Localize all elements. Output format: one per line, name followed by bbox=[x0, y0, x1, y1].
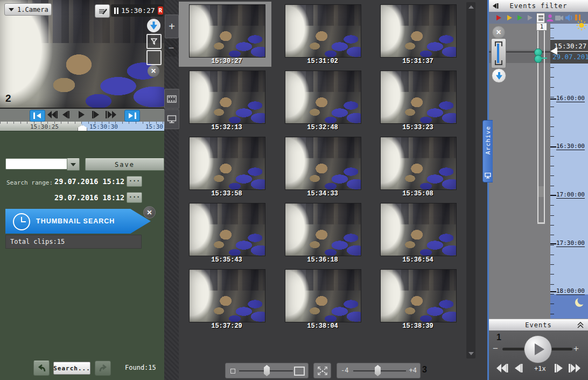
thumbnail-search-banner[interactable]: THUMBNAIL SEARCH bbox=[5, 209, 151, 234]
undo-arrow-icon bbox=[37, 364, 46, 372]
archive-view-button[interactable] bbox=[164, 89, 179, 109]
play-button[interactable] bbox=[78, 111, 85, 118]
alarm-filter-green-icon[interactable] bbox=[517, 15, 522, 20]
chevron-down-icon bbox=[9, 8, 14, 11]
thumbnail-clip[interactable]: 15:37:29 bbox=[179, 266, 271, 332]
collapse-up-icon[interactable] bbox=[577, 322, 584, 328]
timeline-major-tick bbox=[550, 243, 556, 244]
close-icon: ✕ bbox=[151, 67, 156, 75]
tab-archive[interactable]: Archive bbox=[482, 120, 493, 182]
thumbnail-clip[interactable]: 15:31:02 bbox=[275, 2, 367, 67]
camera-mini-timeline[interactable]: 15:30:25 15:30:30 15:30 bbox=[0, 122, 164, 131]
thumbnail-clip[interactable]: 15:36:54 bbox=[370, 200, 463, 265]
zoom-out-button[interactable]: − bbox=[165, 39, 178, 57]
timeline-scale-widget[interactable] bbox=[491, 38, 506, 68]
event-marker-tick bbox=[541, 58, 547, 59]
range-from-picker-button[interactable]: ... bbox=[127, 176, 142, 187]
scroll-up-icon[interactable] bbox=[468, 5, 474, 9]
prev-frame-fast-button[interactable] bbox=[47, 111, 58, 118]
thumbnail-time: 15:38:39 bbox=[380, 322, 456, 330]
monitor-icon bbox=[167, 115, 177, 123]
thumbnail-time: 15:35:08 bbox=[380, 190, 456, 198]
audio-filter-icon[interactable] bbox=[565, 14, 573, 22]
thumbnail-clip[interactable]: 15:34:33 bbox=[275, 134, 367, 199]
step-back-icon bbox=[62, 111, 69, 118]
blue-down-arrow-icon bbox=[496, 72, 502, 80]
step-back-button[interactable] bbox=[62, 111, 69, 118]
thumbnail-image bbox=[380, 4, 457, 58]
play-button[interactable] bbox=[524, 335, 552, 363]
alarm-filter-yellow-icon[interactable] bbox=[507, 15, 512, 20]
redo-search-button[interactable] bbox=[95, 361, 111, 376]
speed-increase-button[interactable]: + bbox=[573, 343, 579, 354]
event-marker[interactable] bbox=[534, 55, 542, 63]
thumbnail-clip[interactable]: 15:32:13 bbox=[179, 68, 271, 133]
thumbnail-clip[interactable]: 15:36:18 bbox=[275, 200, 367, 265]
seek-end-button[interactable] bbox=[569, 364, 580, 372]
step-forward-button[interactable] bbox=[92, 111, 99, 118]
seek-start-button[interactable] bbox=[496, 364, 508, 372]
notes-button[interactable] bbox=[95, 4, 110, 18]
thumbnail-clip[interactable]: 15:33:23 bbox=[370, 68, 463, 133]
digression-slider-handle[interactable] bbox=[375, 365, 381, 376]
thumbnail-clip[interactable]: 15:30:27 bbox=[179, 2, 271, 67]
zoom-in-button[interactable]: + bbox=[165, 15, 179, 38]
thumbnail-image bbox=[189, 203, 265, 256]
export-button[interactable] bbox=[147, 19, 160, 32]
banner-close-button[interactable]: ✕ bbox=[143, 206, 156, 219]
range-to-picker-button[interactable]: ... bbox=[127, 192, 142, 203]
rewind-icon bbox=[47, 111, 58, 118]
thumbnail-time: 15:31:37 bbox=[380, 58, 456, 65]
thumbnail-clip[interactable]: 15:35:43 bbox=[179, 200, 271, 265]
go-to-bottom-button[interactable] bbox=[492, 68, 506, 83]
thumbnail-clip[interactable]: 15:38:04 bbox=[275, 266, 367, 332]
event-track-handle[interactable] bbox=[538, 186, 544, 197]
live-view-button[interactable] bbox=[164, 109, 179, 129]
search-button[interactable]: Search... bbox=[53, 362, 90, 375]
jump-prev-record-button[interactable] bbox=[30, 110, 45, 122]
prev-event-button[interactable] bbox=[515, 364, 523, 372]
pane-number: 2 bbox=[5, 93, 11, 104]
fast-forward-icon bbox=[106, 111, 116, 118]
speed-decrease-button[interactable]: − bbox=[493, 343, 498, 354]
autofit-button[interactable] bbox=[313, 363, 331, 378]
thumbnail-clip[interactable]: 15:38:39 bbox=[370, 266, 463, 332]
saved-search-dropdown-button[interactable] bbox=[67, 158, 80, 171]
area-select-button[interactable] bbox=[146, 50, 162, 65]
undo-search-button[interactable] bbox=[33, 361, 50, 376]
thumbnail-image bbox=[380, 269, 457, 322]
thumbnail-clip[interactable]: 15:31:37 bbox=[370, 2, 463, 67]
alarm-filter-red-icon[interactable] bbox=[496, 15, 501, 20]
next-frame-fast-button[interactable] bbox=[106, 111, 116, 118]
timeline-position-arrow-icon[interactable] bbox=[550, 47, 557, 55]
timeline-major-tick bbox=[550, 98, 556, 100]
thumbnail-clip[interactable]: 15:32:48 bbox=[275, 68, 367, 133]
rewind-icon bbox=[496, 364, 508, 372]
jump-next-record-button[interactable] bbox=[124, 110, 140, 122]
event-list-filter-icon[interactable] bbox=[536, 13, 545, 23]
playback-clock: 15:30:27 R bbox=[111, 4, 163, 17]
timeline[interactable]: 16:00:00 16:30:00 17:00:00 17:30:00 18:0… bbox=[550, 24, 588, 319]
thumbnail-clip[interactable]: 15:35:08 bbox=[370, 134, 463, 199]
camera-filter-icon[interactable] bbox=[555, 15, 564, 21]
thumbnail-scrollbar[interactable] bbox=[466, 2, 475, 358]
thumbnail-image bbox=[285, 71, 361, 124]
save-button[interactable]: Save bbox=[85, 158, 164, 171]
clear-filter-button[interactable]: ✕ bbox=[492, 26, 505, 39]
close-search-overlay-button[interactable]: ✕ bbox=[148, 65, 159, 77]
camera-selector[interactable]: 1.Camera bbox=[4, 3, 52, 16]
collapse-panel-icon[interactable] bbox=[492, 3, 499, 9]
pause-icon bbox=[114, 8, 118, 14]
next-event-button[interactable] bbox=[555, 364, 563, 372]
alarm-filter-gray-icon[interactable] bbox=[528, 15, 533, 20]
scroll-down-icon[interactable] bbox=[468, 352, 474, 355]
select-frame-button[interactable] bbox=[146, 34, 162, 49]
mini-timeline-label: 15:30:25 bbox=[30, 123, 59, 130]
size-slider-handle[interactable] bbox=[264, 365, 270, 376]
operator-filter-icon[interactable] bbox=[547, 14, 554, 22]
thumbnail-clip[interactable]: 15:33:58 bbox=[179, 134, 271, 199]
saved-search-input[interactable] bbox=[5, 158, 69, 170]
search-panel: Save Search range: 29.07.2016 15:12 ... … bbox=[0, 131, 164, 380]
chevron-down-icon bbox=[71, 163, 76, 166]
events-filter-title: Events filter bbox=[510, 2, 568, 10]
